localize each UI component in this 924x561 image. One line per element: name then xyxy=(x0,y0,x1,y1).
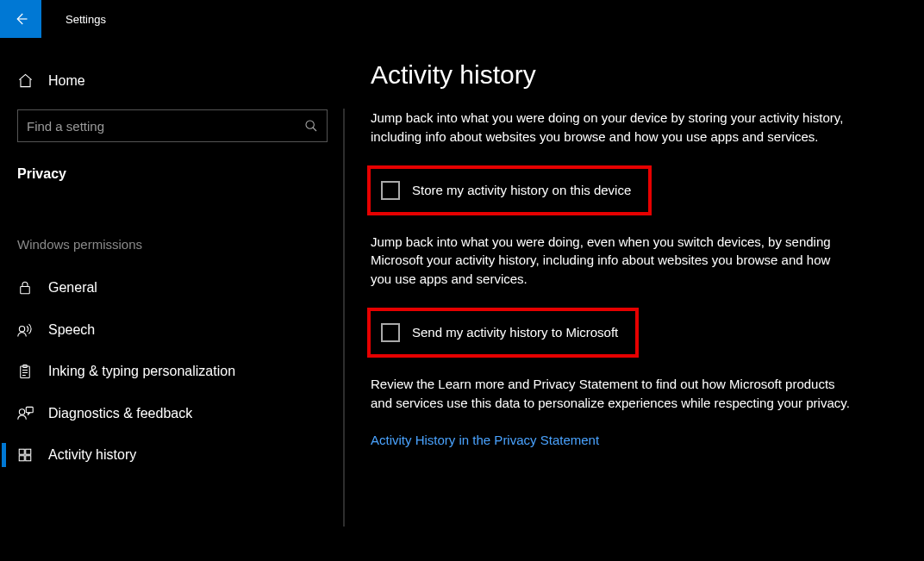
sidebar-item-inking[interactable]: Inking & typing personalization xyxy=(0,351,345,392)
description-3: Review the Learn more and Privacy Statem… xyxy=(371,375,853,413)
svg-point-0 xyxy=(306,121,314,128)
page-title: Activity history xyxy=(371,60,890,90)
sidebar-item-general[interactable]: General xyxy=(0,267,345,309)
sidebar-item-label: Speech xyxy=(48,322,95,338)
highlighted-option-send: Send my activity history to Microsoft xyxy=(367,308,639,358)
checkbox-send[interactable] xyxy=(381,323,400,342)
svg-rect-7 xyxy=(19,449,24,454)
sidebar: Home Privacy Windows permissions xyxy=(0,38,345,561)
scrollbar[interactable] xyxy=(343,109,345,527)
home-label: Home xyxy=(48,73,85,89)
sidebar-item-speech[interactable]: Speech xyxy=(0,309,345,351)
sidebar-group-label: Windows permissions xyxy=(0,203,345,267)
svg-rect-10 xyxy=(26,456,31,461)
checkbox-store-label[interactable]: Store my activity history on this device xyxy=(412,183,631,197)
lock-icon xyxy=(17,280,48,296)
checkbox-send-label[interactable]: Send my activity history to Microsoft xyxy=(412,325,618,340)
checkbox-store[interactable] xyxy=(381,181,400,200)
back-button[interactable] xyxy=(0,0,41,38)
timeline-icon xyxy=(17,447,48,463)
sidebar-item-label: Activity history xyxy=(48,447,136,463)
sidebar-item-label: Diagnostics & feedback xyxy=(48,406,192,421)
highlighted-option-store: Store my activity history on this device xyxy=(367,165,652,215)
svg-rect-9 xyxy=(19,456,24,461)
sidebar-section-privacy: Privacy xyxy=(0,158,345,203)
search-box[interactable] xyxy=(17,109,328,142)
sidebar-item-label: General xyxy=(48,280,97,296)
description-1: Jump back into what you were doing on yo… xyxy=(371,109,853,146)
svg-rect-1 xyxy=(21,287,30,294)
home-icon xyxy=(17,72,48,89)
svg-point-5 xyxy=(19,409,24,415)
arrow-left-icon xyxy=(13,11,28,27)
sidebar-item-label: Inking & typing personalization xyxy=(48,364,235,379)
app-title: Settings xyxy=(66,13,106,26)
privacy-statement-link[interactable]: Activity History in the Privacy Statemen… xyxy=(371,433,599,447)
titlebar: Settings xyxy=(0,0,924,38)
sidebar-item-diagnostics[interactable]: Diagnostics & feedback xyxy=(0,392,345,434)
svg-rect-8 xyxy=(26,449,31,454)
svg-point-2 xyxy=(19,327,24,332)
sidebar-home[interactable]: Home xyxy=(0,64,345,101)
description-2: Jump back into what you were doing, even… xyxy=(371,233,853,289)
sidebar-item-activity-history[interactable]: Activity history xyxy=(0,434,345,476)
content-pane: Activity history Jump back into what you… xyxy=(345,38,924,561)
search-input[interactable] xyxy=(27,119,297,134)
speech-icon xyxy=(17,321,48,338)
feedback-icon xyxy=(17,405,48,421)
svg-rect-6 xyxy=(26,407,33,412)
clipboard-icon xyxy=(17,364,48,379)
search-icon xyxy=(304,119,318,133)
